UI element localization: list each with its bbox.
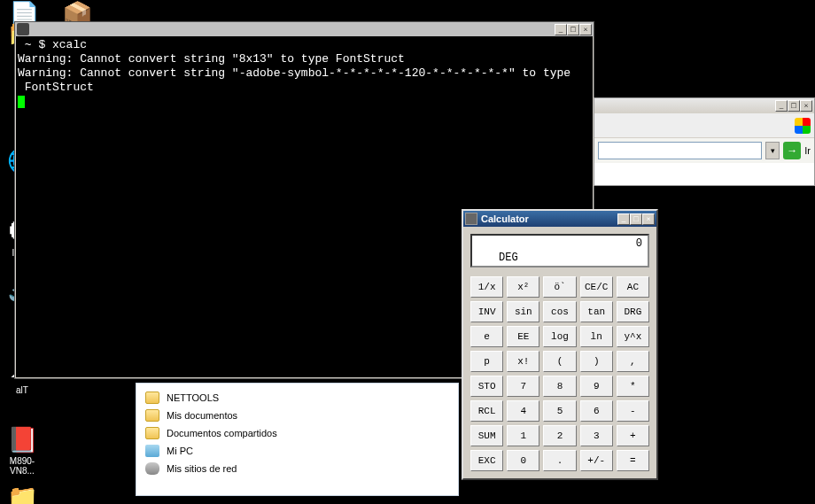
desktop-icon-label: M890-VN8... (0, 456, 44, 476)
calc-button-ln[interactable]: ln (580, 326, 613, 347)
explorer-minimize-button[interactable]: _ (775, 100, 788, 112)
file-item[interactable]: Mis sitios de red (136, 460, 458, 477)
calc-button-cos[interactable]: cos (543, 301, 576, 322)
calculator-close-button[interactable]: × (642, 213, 655, 225)
calculator-icon (465, 213, 477, 225)
go-button[interactable]: → (783, 142, 801, 159)
calc-button-5[interactable]: 5 (543, 400, 576, 422)
folder-icon (145, 409, 159, 422)
file-item-label: Mi PC (167, 446, 193, 456)
file-item[interactable]: Mis documentos (136, 407, 458, 424)
calc-button-6[interactable]: 6 (580, 400, 613, 422)
desktop-icon-label: alT (0, 385, 44, 395)
file-item[interactable]: NETTOOLS (136, 389, 458, 407)
file-item-label: Mis documentos (167, 410, 237, 421)
calc-button-sin[interactable]: sin (507, 301, 539, 322)
display-value: 0 (636, 237, 642, 250)
calc-button-log[interactable]: log (543, 326, 576, 347)
file-item-label: NETTOOLS (167, 392, 219, 403)
windows-flag-icon (795, 118, 811, 134)
calculator-maximize-button[interactable]: □ (630, 213, 642, 225)
folder-icon (145, 392, 159, 404)
calc-button-x[interactable]: x² (507, 276, 539, 298)
folder-icon (145, 427, 159, 439)
terminal-minimize-button[interactable]: _ (555, 24, 567, 35)
explorer-titlebar[interactable]: _ □ × (594, 98, 814, 113)
address-input[interactable] (598, 142, 762, 159)
calc-button-STO[interactable]: STO (470, 376, 503, 397)
calc-button-3[interactable]: 3 (580, 425, 613, 446)
calculator-titlebar[interactable]: Calculator _ □ × (463, 211, 656, 227)
terminal-close-button[interactable]: × (579, 24, 592, 35)
calc-button-CEC[interactable]: CE/C (580, 276, 613, 298)
go-label: Ir (804, 145, 811, 156)
calc-button-SUM[interactable]: SUM (470, 425, 503, 446)
calc-button-8[interactable]: 8 (543, 376, 576, 397)
calc-button-7[interactable]: 7 (507, 376, 539, 397)
file-item-label: Mis sitios de red (167, 463, 237, 474)
terminal-cursor (18, 96, 25, 108)
calc-button-tan[interactable]: tan (580, 301, 613, 322)
calc-button-[interactable]: + (617, 425, 649, 446)
calc-button-[interactable]: , (617, 351, 649, 372)
calc-button-INV[interactable]: INV (470, 301, 503, 322)
desktop-icon[interactable]: 📁 (0, 483, 44, 504)
calc-button-1x[interactable]: 1/x (470, 276, 503, 298)
calc-button-EXC[interactable]: EXC (470, 450, 503, 471)
calc-button-[interactable]: . (543, 450, 576, 471)
explorer-address-row: ▾ → Ir (594, 138, 814, 163)
calc-button-AC[interactable]: AC (617, 276, 649, 298)
calc-button-[interactable]: +/- (580, 450, 613, 471)
desktop-icon[interactable]: 📕M890-VN8... (0, 425, 44, 476)
calc-button-[interactable]: ö` (543, 276, 576, 298)
calc-button-[interactable]: - (617, 400, 649, 422)
calc-button-DRG[interactable]: DRG (617, 301, 649, 322)
calc-button-1[interactable]: 1 (507, 425, 539, 446)
calc-button-e[interactable]: e (470, 326, 503, 347)
calc-button-2[interactable]: 2 (543, 425, 576, 446)
display-mode: DEG (499, 252, 518, 264)
pc-icon (145, 445, 159, 457)
calc-button-EE[interactable]: EE (507, 326, 539, 347)
xterm-icon (17, 23, 29, 35)
calculator-minimize-button[interactable]: _ (617, 213, 630, 225)
calc-button-9[interactable]: 9 (580, 376, 613, 397)
calculator-keypad: 1/xx²ö`CE/CACINVsincostanDRGeEEloglny^xp… (470, 276, 649, 471)
calc-button-0[interactable]: 0 (507, 450, 539, 471)
calc-button-4[interactable]: 4 (507, 400, 539, 422)
file-item[interactable]: Mi PC (136, 442, 458, 460)
calc-button-[interactable]: = (617, 450, 649, 471)
arrow-right-icon: → (787, 144, 797, 157)
net-icon (145, 462, 159, 475)
file-list-panel: NETTOOLSMis documentosDocumentos compart… (136, 383, 459, 496)
file-item[interactable]: Documentos compartidos (136, 424, 458, 442)
calculator-title: Calculator (481, 213, 529, 224)
explorer-maximize-button[interactable]: □ (788, 100, 800, 112)
explorer-toolbar (594, 113, 814, 138)
calculator-window: Calculator _ □ × 0 DEG 1/xx²ö`CE/CACINVs… (462, 209, 658, 480)
terminal-maximize-button[interactable]: □ (567, 24, 579, 35)
explorer-close-button[interactable]: × (800, 100, 812, 112)
calc-button-p[interactable]: p (470, 351, 503, 372)
explorer-window: _ □ × ▾ → Ir (594, 97, 815, 186)
calculator-display: 0 DEG (470, 234, 649, 268)
desktop-icon-glyph: 📕 (0, 425, 44, 454)
desktop-icon-glyph: 📁 (0, 483, 44, 504)
calc-button-[interactable]: ) (580, 351, 613, 372)
calc-button-[interactable]: ( (543, 351, 576, 372)
calc-button-x[interactable]: x! (507, 351, 539, 372)
calc-button-RCL[interactable]: RCL (470, 400, 503, 422)
file-item-label: Documentos compartidos (167, 428, 277, 438)
terminal-titlebar[interactable]: _ □ × (15, 22, 594, 36)
calc-button-[interactable]: * (617, 376, 649, 397)
address-dropdown-button[interactable]: ▾ (765, 142, 780, 159)
calc-button-yx[interactable]: y^x (617, 326, 649, 347)
